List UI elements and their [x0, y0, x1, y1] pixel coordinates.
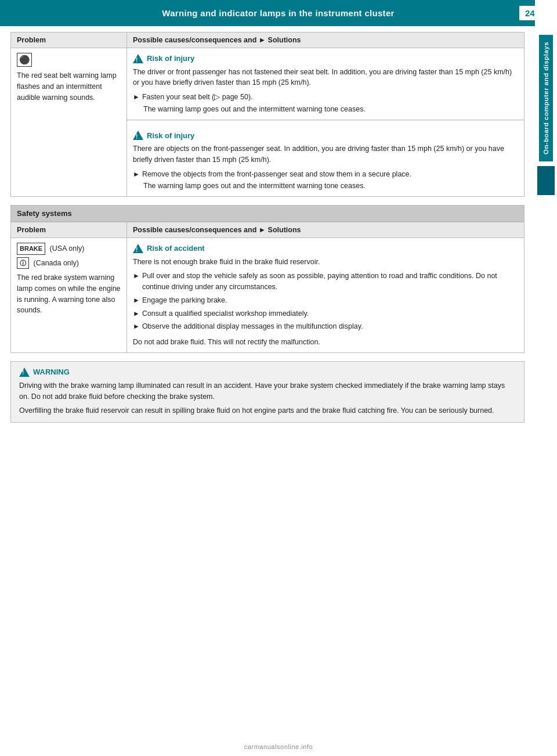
- risk-2-bullet-text: Remove the objects from the front-passen…: [142, 169, 411, 180]
- watermark: carmanualsonline.info: [244, 743, 313, 750]
- table2-col2-header: Possible causes/consequences and ► Solut…: [127, 222, 525, 238]
- sidebar-accent: [537, 166, 555, 195]
- risk-1-bullet-text: Fasten your seat belt (▷ page 50).: [142, 92, 253, 103]
- brake-bullet-2: ► Engage the parking brake.: [133, 295, 518, 306]
- brake-bullet-3-text: Consult a qualified specialist workshop …: [142, 308, 309, 319]
- risk-heading-2-text: Risk of injury: [147, 130, 194, 142]
- bullet-arrow-icon: ►: [133, 92, 140, 102]
- brake-bullet-2-text: Engage the parking brake.: [142, 295, 227, 306]
- risk-accident-body: There is not enough brake fluid in the b…: [133, 257, 518, 268]
- brake-footer: Do not add brake fluid. This will not re…: [133, 337, 518, 348]
- risk-heading-2: Risk of injury: [133, 125, 518, 142]
- brake-problem-text: The red brake system warning lamp comes …: [17, 272, 121, 316]
- table2-col1-header: Problem: [11, 222, 127, 238]
- bullet-arrow-icon-3: ►: [133, 271, 140, 281]
- seat-belt-problem-cell: ⚫ The red seat belt warning lamp flashes…: [11, 48, 127, 197]
- brake-bullet-4-text: Observe the additional display messages …: [142, 321, 363, 332]
- warning-heading: WARNING: [19, 368, 516, 377]
- brake-badge-suffix: (USA only): [50, 244, 85, 253]
- table1-col2-header: Possible causes/consequences and ► Solut…: [127, 33, 525, 48]
- page-title: Warning and indicator lamps in the instr…: [37, 8, 519, 18]
- risk-heading-1-text: Risk of injury: [147, 53, 194, 64]
- bullet-arrow-icon-5: ►: [133, 308, 140, 319]
- main-content: Problem Possible causes/consequences and…: [0, 26, 535, 433]
- risk-1-body: The driver or front passenger has not fa…: [133, 67, 518, 89]
- brake-problem-cell: BRAKE (USA only) ⓘ (Canada only) The red…: [11, 238, 127, 353]
- table-row: BRAKE (USA only) ⓘ (Canada only) The red…: [11, 238, 525, 353]
- canada-badge-suffix: (Canada only): [33, 258, 79, 267]
- brake-badge: BRAKE: [17, 243, 45, 255]
- warning-triangle-icon-3: [133, 244, 143, 253]
- risk-accident-heading-text: Risk of accident: [147, 243, 205, 254]
- sidebar: On-board computer and displays: [535, 0, 557, 756]
- risk-2-bullet: ► Remove the objects from the front-pass…: [133, 169, 518, 180]
- warning-heading-text: WARNING: [33, 368, 70, 376]
- brake-solutions-cell: Risk of accident There is not enough bra…: [127, 238, 525, 353]
- brake-bullet-3: ► Consult a qualified specialist worksho…: [133, 308, 518, 319]
- warning-box: WARNING Driving with the brake warning l…: [10, 361, 525, 423]
- warning-triangle-icon-4: [19, 368, 30, 377]
- warning-triangle-icon-2: [133, 131, 143, 140]
- risk-heading-1: Risk of injury: [133, 53, 518, 64]
- bullet-arrow-icon-4: ►: [133, 295, 140, 305]
- canada-badge: ⓘ: [17, 257, 29, 269]
- warning-triangle-icon-1: [133, 54, 143, 63]
- risk-2-bullet-sub: The warning lamp goes out and the interm…: [143, 181, 518, 192]
- brake-bullet-1: ► Pull over and stop the vehicle safely …: [133, 271, 518, 293]
- table-row: ⚫ The red seat belt warning lamp flashes…: [11, 48, 525, 197]
- brake-bullet-1-text: Pull over and stop the vehicle safely as…: [142, 271, 518, 293]
- header-bar: Warning and indicator lamps in the instr…: [0, 0, 557, 26]
- safety-systems-header: Safety systems: [10, 205, 525, 222]
- seat-belt-problem-text: The red seat belt warning lamp flashes a…: [17, 70, 121, 103]
- risk-1-bullet: ► Fasten your seat belt (▷ page 50).: [133, 92, 518, 103]
- seat-belt-icon: ⚫: [17, 53, 32, 67]
- bullet-arrow-icon-6: ►: [133, 321, 140, 332]
- brake-bullet-4: ► Observe the additional display message…: [133, 321, 518, 332]
- cell-divider: [127, 120, 524, 121]
- risk-accident-heading: Risk of accident: [133, 243, 518, 254]
- table1-col1-header: Problem: [11, 33, 127, 48]
- brake-table: Problem Possible causes/consequences and…: [10, 222, 525, 353]
- seat-belt-table: Problem Possible causes/consequences and…: [10, 32, 525, 197]
- risk-1-bullet-sub: The warning lamp goes out and the interm…: [143, 104, 518, 115]
- risk-2-body: There are objects on the front-passenger…: [133, 143, 518, 165]
- sidebar-label: On-board computer and displays: [539, 35, 553, 161]
- warning-para-1: Driving with the brake warning lamp illu…: [19, 380, 516, 402]
- warning-para-2: Overfilling the brake fluid reservoir ca…: [19, 405, 516, 416]
- bullet-arrow-icon-2: ►: [133, 169, 140, 179]
- seat-belt-solutions-cell: Risk of injury The driver or front passe…: [127, 48, 525, 197]
